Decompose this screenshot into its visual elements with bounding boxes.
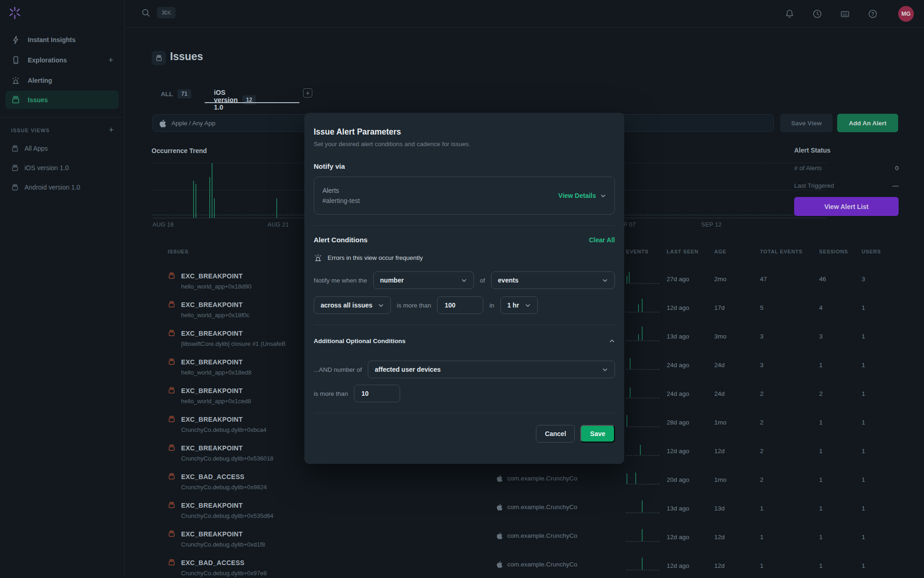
apple-icon bbox=[497, 504, 503, 510]
add-an-alert-button[interactable]: Add An Alert bbox=[837, 114, 898, 132]
issue-icon bbox=[168, 272, 176, 280]
view-details-link[interactable]: View Details bbox=[559, 192, 606, 199]
issue-subtitle: CrunchyCo.debug.dylib+0x536018 bbox=[181, 455, 274, 462]
metric-select[interactable]: number bbox=[373, 271, 474, 289]
sidebar-item-label: Instant Insights bbox=[28, 36, 75, 43]
sidebar-item-alerting[interactable]: Alerting bbox=[0, 70, 124, 91]
age-cell: 24d bbox=[714, 362, 725, 369]
issue-app: com.example.CrunchyCo bbox=[497, 504, 578, 510]
events-sparkline bbox=[626, 326, 659, 341]
alarm-icon bbox=[11, 76, 20, 85]
age-cell: 1mo bbox=[714, 419, 726, 426]
total-events-cell: 2 bbox=[760, 476, 764, 483]
app-bundle-id: com.example.CrunchyCo bbox=[507, 504, 578, 510]
divider bbox=[314, 413, 615, 413]
additional-conditions-toggle[interactable]: Additional Optional Conditions bbox=[314, 338, 615, 344]
history-clock-icon[interactable] bbox=[812, 9, 822, 19]
sidebar-item-label: Alerting bbox=[28, 77, 52, 84]
add-tab-button[interactable]: + bbox=[303, 88, 312, 98]
global-search[interactable]: ⌘K bbox=[141, 7, 176, 18]
issue-title: EXC_BAD_ACCESS bbox=[181, 559, 244, 566]
sidebar-item-explorations[interactable]: Explorations + bbox=[0, 50, 124, 70]
issue-subtitle: hello_world_app+0x1ced8 bbox=[181, 398, 251, 405]
events-sparkline bbox=[626, 268, 659, 284]
sidebar-nav: Instant Insights Explorations + Alerting… bbox=[0, 30, 124, 109]
secondary-metric-select[interactable]: affected user devices bbox=[368, 361, 615, 378]
tab-all[interactable]: ALL 71 bbox=[161, 89, 191, 98]
comparator-label: is more than bbox=[397, 302, 431, 309]
sidebar-item-android-version[interactable]: Android version 1.0 bbox=[0, 178, 124, 197]
apple-icon bbox=[159, 119, 166, 127]
app-logo-icon[interactable] bbox=[7, 6, 22, 20]
events-sparkline bbox=[626, 440, 659, 456]
chart-x-label: AUG 16 bbox=[152, 221, 174, 228]
issue-views-list: All Apps iOS version 1.0 Android version… bbox=[0, 139, 124, 197]
threshold-input[interactable] bbox=[437, 296, 483, 314]
secondary-comparator-label: is more than bbox=[314, 390, 348, 397]
users-cell: 1 bbox=[862, 333, 865, 340]
chevron-down-icon bbox=[461, 277, 467, 283]
alert-status-title: Alert Status bbox=[794, 147, 831, 154]
modal-title: Issue Alert Parameters bbox=[314, 127, 615, 137]
issue-icon bbox=[168, 444, 176, 452]
sessions-cell: 1 bbox=[819, 476, 823, 483]
chart-x-label: SEP 12 bbox=[701, 221, 722, 228]
search-shortcut-badge: ⌘K bbox=[157, 7, 176, 18]
users-cell: 1 bbox=[862, 390, 865, 397]
table-row[interactable]: EXC_BREAKPOINT CrunchyCo.debug.dylib+0xd… bbox=[0, 521, 924, 549]
chevron-down-icon bbox=[525, 302, 531, 308]
chevron-down-icon bbox=[378, 302, 384, 308]
sidebar-item-label: Issues bbox=[28, 96, 48, 104]
tab-ios-version[interactable]: iOS version 1.0 12 bbox=[214, 89, 256, 111]
cancel-button[interactable]: Cancel bbox=[536, 425, 575, 443]
help-icon[interactable]: ? bbox=[868, 9, 878, 19]
keyboard-shortcuts-icon[interactable] bbox=[840, 9, 850, 19]
table-row[interactable]: EXC_BAD_ACCESS CrunchyCo.debug.dylib+0x9… bbox=[0, 549, 924, 578]
target-select[interactable]: events bbox=[491, 271, 615, 289]
time-window-select[interactable]: 1 hr bbox=[500, 296, 538, 314]
table-row[interactable]: EXC_BREAKPOINT CrunchyCo.debug.dylib+0x5… bbox=[0, 492, 924, 521]
sidebar-item-issues[interactable]: Issues bbox=[6, 91, 119, 109]
users-cell: 1 bbox=[862, 534, 865, 541]
view-label: Android version 1.0 bbox=[24, 184, 80, 191]
add-issue-view-button[interactable]: + bbox=[109, 125, 114, 135]
save-view-button[interactable]: Save View bbox=[780, 114, 833, 132]
search-icon bbox=[141, 8, 151, 18]
last-seen-cell: 20d ago bbox=[667, 476, 689, 483]
total-events-cell: 47 bbox=[760, 276, 767, 283]
issues-page-icon bbox=[152, 51, 166, 65]
last-seen-cell: 13d ago bbox=[667, 333, 689, 340]
events-sparkline bbox=[626, 412, 659, 427]
total-events-cell: 1 bbox=[760, 505, 764, 512]
issue-app: com.example.CrunchyCo bbox=[497, 561, 578, 568]
divider bbox=[314, 325, 615, 325]
scope-select[interactable]: across all issues bbox=[314, 296, 391, 314]
issue-title: EXC_BREAKPOINT bbox=[181, 530, 243, 538]
last-triggered-value: — bbox=[893, 182, 899, 189]
add-exploration-button[interactable]: + bbox=[108, 55, 113, 65]
sessions-cell: 46 bbox=[819, 276, 826, 283]
save-button[interactable]: Save bbox=[580, 425, 615, 443]
sidebar-item-all-apps[interactable]: All Apps bbox=[0, 139, 124, 158]
svg-text:?: ? bbox=[871, 11, 874, 17]
last-seen-cell: 24d ago bbox=[667, 362, 689, 369]
notifications-bell-icon[interactable] bbox=[784, 9, 795, 19]
sidebar-item-ios-version[interactable]: iOS version 1.0 bbox=[0, 158, 124, 178]
alarm-icon bbox=[314, 253, 322, 262]
issue-subtitle: hello_world_app+0x18d90 bbox=[181, 283, 251, 290]
age-cell: 13d bbox=[714, 505, 725, 512]
secondary-threshold-input[interactable] bbox=[354, 385, 400, 402]
sessions-cell: 1 bbox=[819, 419, 823, 426]
total-events-cell: 2 bbox=[760, 448, 764, 455]
sidebar-item-instant-insights[interactable]: Instant Insights bbox=[0, 30, 124, 50]
issue-subtitle: CrunchyCo.debug.dylib+0x535d64 bbox=[181, 512, 274, 519]
user-avatar[interactable]: MG bbox=[898, 6, 914, 22]
alert-status-row: # of Alerts 0 bbox=[794, 165, 899, 172]
clear-all-link[interactable]: Clear All bbox=[589, 236, 615, 244]
issue-title: EXC_BREAKPOINT bbox=[181, 358, 243, 366]
age-cell: 12d bbox=[714, 534, 725, 541]
issue-subtitle: CrunchyCo.debug.dylib+0xd1f8 bbox=[181, 541, 265, 548]
table-row[interactable]: EXC_BAD_ACCESS CrunchyCo.debug.dylib+0x9… bbox=[0, 463, 924, 492]
view-alert-list-button[interactable]: View Alert List bbox=[794, 197, 899, 216]
events-sparkline bbox=[626, 526, 659, 542]
